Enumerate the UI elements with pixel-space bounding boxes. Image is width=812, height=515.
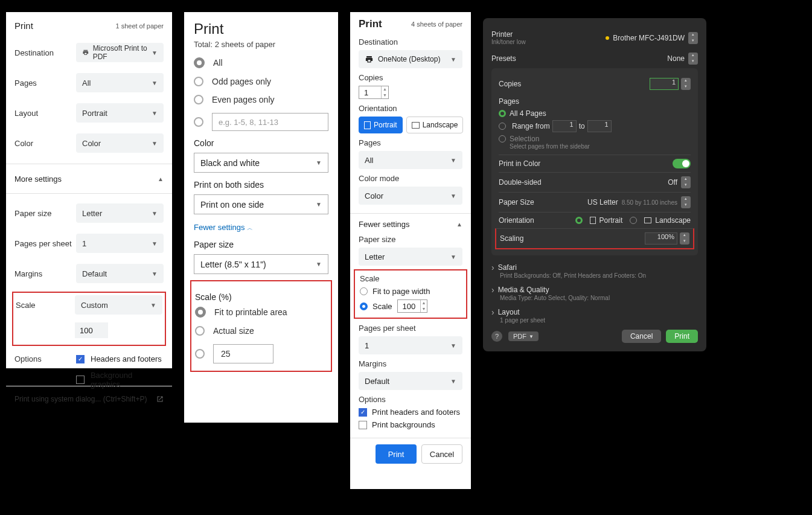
headers-footers-checkbox[interactable]: ✓ Headers and footers — [76, 354, 164, 363]
pages-all-radio[interactable]: All — [194, 57, 328, 68]
margins-dropdown[interactable]: Default — [359, 372, 462, 390]
options-label: Options — [14, 354, 42, 363]
pps-dropdown[interactable]: 1 — [359, 336, 462, 354]
chevron-down-icon — [316, 201, 322, 208]
landscape-icon — [412, 122, 420, 129]
scaling-input[interactable]: 100% — [645, 232, 677, 245]
scale-highlight: Scale (%) Fit to printable area Actual s… — [190, 280, 332, 372]
pages-all-radio[interactable]: All 4 Pages — [499, 109, 691, 118]
color-dropdown[interactable]: Color — [76, 133, 164, 153]
doublesided-stepper[interactable]: ▴▾ — [681, 176, 691, 188]
layout-expander[interactable]: Layout — [491, 305, 698, 317]
printer-value: Brother MFC-J491DW — [613, 34, 685, 42]
paper-size-dropdown[interactable]: Letter — [359, 248, 462, 266]
chevron-up-icon — [158, 176, 164, 182]
more-settings-toggle[interactable]: More settings — [14, 169, 164, 188]
scale-input[interactable]: 100 — [75, 322, 108, 338]
paper-size-label: Paper size — [14, 209, 51, 218]
scale-highlight: Scale Fit to page width Scale 100 ▲▼ — [354, 269, 467, 319]
print-title: Print — [194, 21, 328, 37]
status-dot-icon — [606, 36, 609, 40]
copies-input[interactable]: 1 ▲▼ — [359, 86, 389, 99]
scale-fit-radio[interactable]: Fit to printable area — [195, 307, 327, 318]
color-toggle[interactable] — [673, 159, 691, 168]
scale-dropdown[interactable]: Custom — [75, 295, 162, 315]
pps-label: Pages per sheet — [359, 324, 462, 333]
pages-range-radio[interactable]: Range from 1 to 1 — [499, 120, 691, 132]
fewer-settings-link[interactable]: Fewer settings ︿ — [194, 223, 328, 232]
cancel-button[interactable]: Cancel — [421, 444, 462, 464]
orientation-label: Orientation — [499, 216, 534, 225]
landscape-icon — [644, 217, 651, 223]
media-expander[interactable]: Media & Quality — [491, 283, 698, 295]
scale-input[interactable]: 100 ▲▼ — [397, 299, 427, 313]
layout-dropdown[interactable]: Portrait — [76, 103, 164, 123]
printer-stepper[interactable]: ▴▾ — [688, 32, 698, 44]
radio-selected-icon — [360, 302, 368, 310]
total-sheets: Total: 2 sheets of paper — [194, 40, 328, 49]
pages-dropdown[interactable]: All — [76, 73, 164, 92]
pages-dropdown[interactable]: All — [359, 151, 462, 169]
checkbox-checked-icon: ✓ — [76, 355, 85, 363]
destination-label: Destination — [359, 37, 462, 46]
paper-size-dropdown[interactable]: Letter — [76, 203, 164, 223]
pages-custom-input[interactable]: e.g. 1-5, 8, 11-13 — [212, 113, 328, 131]
stepper-icon[interactable]: ▲▼ — [381, 86, 388, 98]
copies-input[interactable]: 1 — [650, 78, 679, 90]
help-button[interactable]: ? — [491, 331, 502, 342]
scaling-stepper[interactable]: ▴▾ — [680, 232, 689, 245]
margins-dropdown[interactable]: Default — [76, 264, 164, 283]
pages-selection-radio[interactable]: Selection — [499, 135, 691, 143]
cancel-button[interactable]: Cancel — [622, 330, 661, 343]
range-to-input[interactable]: 1 — [587, 120, 612, 132]
print-backgrounds-checkbox[interactable]: Print backgrounds — [359, 420, 462, 429]
scale-custom-input[interactable]: 25 — [213, 344, 273, 363]
scale-custom-radio[interactable]: 25 — [195, 344, 327, 363]
safari-expander[interactable]: Safari — [491, 260, 698, 272]
checkbox-empty-icon — [359, 421, 367, 429]
papersize-stepper[interactable]: ▴▾ — [681, 196, 691, 208]
landscape-button[interactable]: Landscape — [406, 117, 464, 133]
range-from-input[interactable]: 1 — [552, 120, 577, 132]
copies-label: Copies — [499, 80, 521, 88]
headers-footers-checkbox[interactable]: ✓ Print headers and footers — [359, 408, 462, 417]
media-hint: Media Type: Auto Select, Quality: Normal — [500, 295, 698, 301]
pages-label: Pages — [14, 78, 37, 88]
paper-size-label: Paper size — [359, 235, 462, 244]
destination-dropdown[interactable]: Microsoft Print to PDF — [76, 43, 164, 62]
chrome-print-panel: Print 1 sheet of paper Destination Micro… — [6, 12, 172, 368]
scale-actual-radio[interactable]: Actual size — [195, 326, 327, 336]
system-dialog-link[interactable]: Print using system dialog... (Ctrl+Shift… — [14, 391, 164, 407]
copies-stepper[interactable]: ▴▾ — [681, 78, 691, 90]
color-dropdown[interactable]: Black and white — [194, 153, 328, 173]
stepper-icon[interactable]: ▲▼ — [420, 300, 426, 312]
portrait-button[interactable]: Portrait — [359, 117, 403, 133]
pps-dropdown[interactable]: 1 — [76, 234, 164, 253]
scale-fit-radio[interactable]: Fit to page width — [360, 287, 461, 296]
colormode-label: Color mode — [359, 174, 462, 183]
print-button[interactable]: Print — [376, 444, 417, 464]
presets-stepper[interactable]: ▴▾ — [688, 53, 698, 65]
print-title: Print — [359, 18, 382, 30]
background-graphics-checkbox[interactable]: Background graphics — [76, 371, 164, 389]
scale-label: Scale — [16, 301, 36, 310]
pdf-dropdown[interactable]: PDF▼ — [508, 331, 539, 341]
pages-odd-radio[interactable]: Odd pages only — [194, 77, 328, 86]
scale-custom-radio[interactable]: Scale 100 ▲▼ — [360, 299, 461, 313]
pages-even-radio[interactable]: Even pages only — [194, 95, 328, 104]
layout-hint: 1 page per sheet — [500, 317, 698, 324]
chevron-down-icon — [152, 80, 158, 86]
print-button[interactable]: Print — [666, 330, 698, 343]
margins-label: Margins — [14, 269, 42, 278]
fewer-settings-toggle[interactable]: Fewer settings — [359, 214, 462, 235]
colormode-dropdown[interactable]: Color — [359, 187, 462, 205]
destination-dropdown[interactable]: OneNote (Desktop) — [359, 50, 462, 68]
portrait-icon — [590, 217, 596, 224]
color-label: Print in Color — [499, 159, 540, 168]
bothsides-dropdown[interactable]: Print on one side — [194, 194, 328, 214]
printer-icon — [82, 48, 89, 57]
pages-custom-radio[interactable]: e.g. 1-5, 8, 11-13 — [194, 113, 328, 131]
paper-size-dropdown[interactable]: Letter (8.5" x 11") — [194, 254, 328, 274]
chevron-down-icon — [450, 378, 456, 385]
destination-label: Destination — [14, 48, 54, 57]
